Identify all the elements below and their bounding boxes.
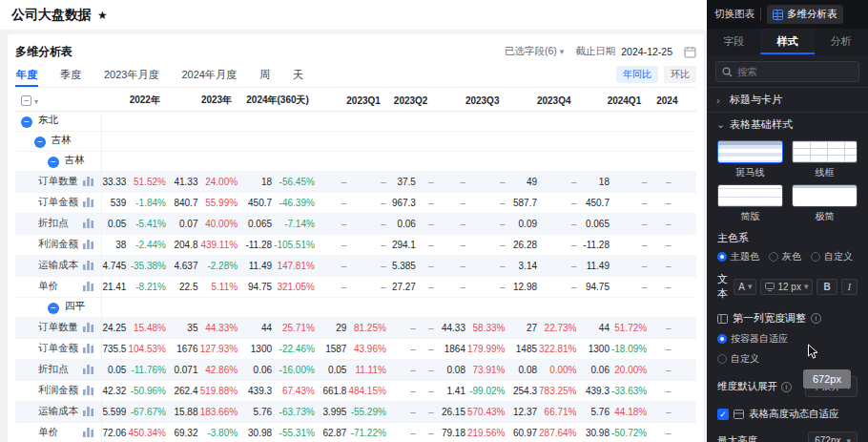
- pct-cell: 11.11%: [348, 359, 391, 380]
- pct-cell: 67.43%: [274, 380, 320, 401]
- value-cell: –: [392, 338, 418, 359]
- column-header[interactable]: 2024: [652, 91, 696, 111]
- caret-down-icon[interactable]: ▾: [34, 97, 38, 106]
- value-cell: –: [392, 317, 418, 338]
- pct-cell: [673, 255, 696, 276]
- value-cell: 24.25: [101, 317, 128, 338]
- radio-gray[interactable]: 灰色: [769, 250, 801, 263]
- pct-cell: 783.25%: [539, 380, 582, 401]
- italic-button[interactable]: I: [841, 279, 858, 295]
- tab-style[interactable]: 样式: [760, 29, 814, 54]
- value-cell: 1300: [243, 338, 274, 359]
- pct-cell: [673, 422, 696, 442]
- chart-icon[interactable]: [83, 261, 93, 270]
- column-header[interactable]: 2023Q1: [320, 91, 392, 111]
- deadline-control[interactable]: 截止日期 2024-12-25: [575, 45, 672, 58]
- column-header[interactable]: 2023Q3: [439, 91, 510, 111]
- value-cell: 30.98: [243, 422, 274, 442]
- pct-cell: –: [418, 276, 440, 297]
- value-cell: 42.32: [101, 380, 128, 401]
- column-header[interactable]: 2024年(360天): [243, 91, 320, 111]
- pct-cell: -56.45%: [274, 171, 320, 192]
- style-option-minimal[interactable]: 极简: [792, 184, 858, 223]
- style-option-wireframe[interactable]: 线框: [792, 140, 858, 179]
- checkbox-checked[interactable]: ✓: [717, 409, 729, 420]
- expand-all-icon[interactable]: [21, 95, 31, 106]
- value-cell: 1587: [320, 338, 349, 359]
- metric-label: 利润金额: [38, 384, 78, 397]
- column-header[interactable]: 2022年: [101, 91, 172, 111]
- caret-down-icon: ▾: [846, 436, 851, 442]
- font-size-dropdown[interactable]: 12 px ▾: [760, 279, 813, 295]
- selected-fields-dropdown[interactable]: 已选字段(6) ▾: [505, 45, 564, 58]
- tab-day[interactable]: 天: [292, 62, 304, 87]
- collapse-node-icon[interactable]: −: [21, 116, 32, 128]
- switch-chart-button[interactable]: 切换图表: [714, 8, 754, 21]
- text-label: 文本: [717, 272, 728, 301]
- pct-cell: 183.66%: [199, 401, 243, 422]
- auto-height-row[interactable]: ✓ 表格高度动态自适应: [717, 408, 858, 421]
- max-height-input[interactable]: 672px ▾: [808, 431, 858, 442]
- chart-icon[interactable]: [83, 428, 93, 437]
- pct-cell: 322.81%: [539, 338, 582, 359]
- pct-cell: –: [418, 359, 440, 380]
- style-option-zebra[interactable]: 斑马线: [717, 140, 783, 179]
- minimal-thumbnail: [792, 184, 858, 207]
- value-cell: –: [320, 213, 349, 234]
- collapse-node-icon[interactable]: −: [34, 137, 46, 148]
- expand-all-control[interactable]: ▾: [15, 91, 101, 111]
- chart-icon[interactable]: [83, 344, 93, 353]
- yoy-toggle[interactable]: 年同比: [616, 66, 658, 83]
- value-cell: 254.3: [510, 380, 539, 401]
- tab-2023-month[interactable]: 2023年月度: [103, 62, 159, 87]
- section-title-card[interactable]: › 标题与卡片: [707, 87, 868, 112]
- tab-2024-month[interactable]: 2024年月度: [180, 62, 237, 87]
- value-cell: 3.14: [510, 255, 539, 276]
- tab-analysis[interactable]: 分析: [815, 29, 868, 54]
- column-header[interactable]: 2023Q2: [392, 91, 440, 111]
- pct-cell: -18.09%: [611, 338, 652, 359]
- font-color-dropdown[interactable]: A▾: [734, 279, 756, 295]
- section-table-base[interactable]: ⌄ 表格基础样式: [707, 112, 868, 137]
- tab-quarter[interactable]: 季度: [59, 62, 82, 87]
- value-cell: 35: [172, 317, 200, 338]
- value-cell: –: [652, 234, 672, 255]
- column-header[interactable]: 2024Q1: [583, 91, 653, 111]
- calendar-icon[interactable]: [684, 46, 696, 58]
- favorite-star-icon[interactable]: ★: [97, 9, 108, 22]
- mom-toggle[interactable]: 环比: [664, 66, 696, 83]
- radio-custom-color[interactable]: 自定义: [811, 250, 853, 263]
- column-header[interactable]: 2023Q4: [510, 91, 582, 111]
- chart-icon[interactable]: [83, 365, 93, 374]
- collapse-node-icon[interactable]: −: [48, 303, 59, 314]
- search-input[interactable]: [737, 66, 853, 77]
- chart-icon[interactable]: [83, 323, 93, 332]
- chart-icon[interactable]: [83, 219, 93, 228]
- radio-theme-color[interactable]: 主题色: [717, 250, 759, 263]
- style-option-simple[interactable]: 简版: [717, 184, 783, 223]
- pct-cell: –: [418, 192, 440, 213]
- chart-icon[interactable]: [83, 282, 93, 291]
- value-cell: –: [439, 213, 467, 234]
- chart-icon[interactable]: [83, 240, 93, 249]
- chart-icon[interactable]: [83, 386, 93, 395]
- current-chart-chip[interactable]: 多维分析表: [767, 5, 843, 24]
- info-icon: i: [811, 313, 821, 324]
- chart-icon[interactable]: [83, 407, 93, 416]
- bold-button[interactable]: B: [816, 279, 837, 295]
- radio-custom-width[interactable]: 自定义: [717, 352, 858, 366]
- tab-year[interactable]: 年度: [15, 62, 38, 87]
- collapse-node-icon[interactable]: −: [48, 157, 59, 168]
- tab-week[interactable]: 周: [258, 62, 271, 87]
- panel-search-row: [707, 54, 868, 87]
- chart-icon[interactable]: [83, 198, 93, 207]
- chart-icon[interactable]: [83, 177, 93, 186]
- group-label: 吉林: [52, 134, 72, 145]
- radio-dot: [717, 252, 727, 262]
- pct-cell: –: [418, 422, 440, 442]
- main-area: 公司大盘数据 ★ 多维分析表 已选字段(6) ▾ 截止日期 2024-12-25: [0, 0, 707, 442]
- value-cell: 1.41: [439, 380, 467, 401]
- radio-fit-container[interactable]: 按容器自适应: [717, 332, 858, 346]
- column-header[interactable]: 2023年: [172, 91, 243, 111]
- tab-fields[interactable]: 字段: [707, 29, 760, 54]
